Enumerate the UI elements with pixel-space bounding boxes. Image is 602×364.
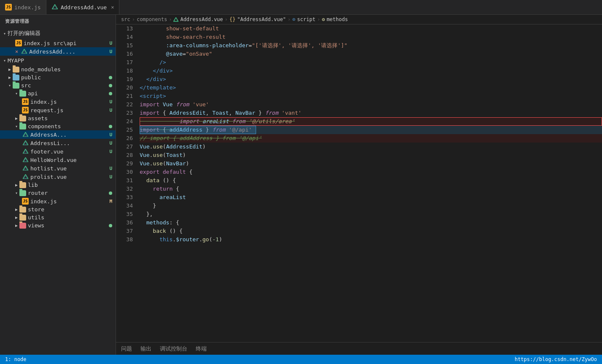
badge-api-index: U — [109, 99, 112, 105]
status-node: 1: node — [5, 356, 27, 362]
tab-index-js[interactable]: JS index.js — [0, 0, 46, 14]
file-request[interactable]: JS request.js U — [0, 106, 116, 114]
breadcrumb-vue-icon — [173, 16, 178, 22]
breadcrumb-sep-3: › — [225, 16, 228, 22]
breadcrumb-sep-2: › — [169, 16, 172, 22]
file-prolist[interactable]: prolist.vue U — [0, 173, 116, 181]
code-line-21: <script> — [140, 92, 602, 100]
folder-icon-utils — [19, 215, 26, 221]
folder-utils[interactable]: ▶ utils — [0, 213, 116, 221]
file-api-index[interactable]: JS index.js U — [0, 97, 116, 106]
svg-marker-14 — [23, 174, 28, 178]
folder-store-label: store — [28, 206, 44, 213]
file-api-index-label: index.js — [30, 99, 57, 105]
status-left: 1: node — [5, 356, 27, 362]
file-footer-label: footer.vue — [30, 148, 63, 155]
file-address-list[interactable]: AddressLi... U — [0, 139, 116, 147]
badge-footer: U — [109, 149, 112, 154]
breadcrumb-sep-4: › — [288, 16, 291, 22]
myapp-section[interactable]: ▾ MYAPP — [0, 56, 116, 65]
line-numbers: 13 14 15 16 17 18 19 20 21 22 23 24 25 2… — [116, 24, 136, 342]
open-editors-section[interactable]: ▾ 打开的编辑器 — [0, 28, 116, 39]
breadcrumb: src › components › AddressAdd.vue › {} "… — [116, 15, 602, 24]
folder-icon-router — [19, 190, 26, 196]
ln-28: 28 — [116, 151, 133, 159]
tab-terminal[interactable]: 终端 — [196, 343, 207, 354]
svg-marker-6 — [23, 140, 28, 145]
folder-icon-views — [19, 223, 26, 229]
badge-address-list: U — [109, 140, 112, 146]
folder-router[interactable]: ▾ router — [0, 189, 116, 197]
badge-u-address: U — [109, 49, 112, 54]
ln-35: 35 — [116, 210, 133, 218]
vue-icon-address-add — [22, 131, 29, 138]
svg-marker-2 — [22, 49, 27, 53]
vue-icon-prolist — [22, 173, 29, 180]
chevron-store: ▶ — [15, 207, 18, 212]
code-line-31: data () { — [140, 176, 602, 185]
folder-views-label: views — [28, 222, 44, 229]
svg-marker-8 — [23, 149, 28, 153]
file-router-index[interactable]: JS index.js M — [0, 197, 116, 205]
code-editor[interactable]: 13 14 15 16 17 18 19 20 21 22 23 24 25 2… — [116, 24, 602, 342]
tab-index-label: index.js — [14, 4, 41, 11]
open-file-index[interactable]: JS index.js src\api U — [0, 39, 116, 47]
js-icon: JS — [5, 4, 12, 11]
folder-icon-components — [19, 124, 26, 129]
ln-24: 24 — [116, 117, 133, 126]
chevron-views: ▶ — [15, 223, 18, 228]
folder-node-modules[interactable]: ▶ node_modules — [0, 65, 116, 73]
code-line-32: return { — [140, 185, 602, 193]
folder-lib[interactable]: ▶ lib — [0, 181, 116, 189]
code-line-36: methods: { — [140, 218, 602, 227]
tab-problems[interactable]: 问题 — [121, 343, 132, 354]
folder-assets-label: assets — [28, 115, 48, 121]
file-helloworld-label: HelloWorld.vue — [30, 157, 77, 163]
ln-13: 13 — [116, 24, 133, 33]
folder-components[interactable]: ▾ components — [0, 122, 116, 130]
breadcrumb-components: components — [137, 16, 167, 22]
folder-icon-node-modules — [13, 67, 19, 73]
open-file-address-label: AddressAdd.... — [29, 49, 76, 55]
js-icon-request: JS — [22, 107, 29, 113]
tab-output[interactable]: 输出 — [140, 343, 151, 354]
folder-store[interactable]: ▶ store — [0, 205, 116, 213]
file-helloworld[interactable]: HelloWorld.vue — [0, 156, 116, 164]
ln-32: 32 — [116, 185, 133, 193]
tab-address-label: AddressAdd.vue — [61, 4, 107, 11]
folder-public[interactable]: ▶ public — [0, 73, 116, 81]
folder-icon-lib — [19, 182, 26, 188]
ln-15: 15 — [116, 41, 133, 50]
folder-views[interactable]: ▶ views — [0, 221, 116, 229]
tab-close-button[interactable]: ✕ — [111, 4, 114, 10]
dot-views — [109, 224, 112, 227]
folder-icon-api — [19, 91, 26, 97]
status-url: https://blog.csdn.net/ZywOo — [515, 356, 597, 362]
file-hotlist[interactable]: hotlist.vue U — [0, 164, 116, 173]
file-address-add[interactable]: AddressA... U — [0, 130, 116, 139]
ln-38: 38 — [116, 235, 133, 244]
ln-31: 31 — [116, 176, 133, 185]
js-icon-api-index: JS — [22, 98, 29, 105]
file-footer[interactable]: footer.vue U — [0, 147, 116, 156]
tab-address-add-vue[interactable]: AddressAdd.vue ✕ — [46, 0, 120, 14]
badge-router-index: M — [109, 199, 112, 204]
breadcrumb-src: src — [121, 16, 130, 22]
code-line-30: export default { — [140, 168, 602, 176]
folder-src[interactable]: ▾ src — [0, 81, 116, 89]
badge-address-add: U — [109, 132, 112, 138]
tab-bar: JS index.js AddressAdd.vue ✕ — [0, 0, 602, 15]
tab-debug-console[interactable]: 调试控制台 — [160, 343, 187, 354]
ln-20: 20 — [116, 84, 133, 92]
folder-api[interactable]: ▾ api — [0, 89, 116, 97]
code-line-35: }, — [140, 210, 602, 218]
folder-assets[interactable]: ▶ assets — [0, 114, 116, 122]
ln-22: 22 — [116, 100, 133, 109]
open-file-address[interactable]: ✕ AddressAdd.... U — [0, 47, 116, 56]
code-line-15: :area-columns-placeholder="['请选择', '请选择'… — [140, 41, 602, 50]
breadcrumb-sep-5: › — [317, 16, 320, 22]
sidebar: 资源管理器 ▾ 打开的编辑器 JS index.js src\api U ✕ A… — [0, 15, 116, 355]
js-file-icon: JS — [15, 40, 22, 46]
svg-marker-10 — [23, 157, 28, 162]
code-line-37: back () { — [140, 227, 602, 235]
